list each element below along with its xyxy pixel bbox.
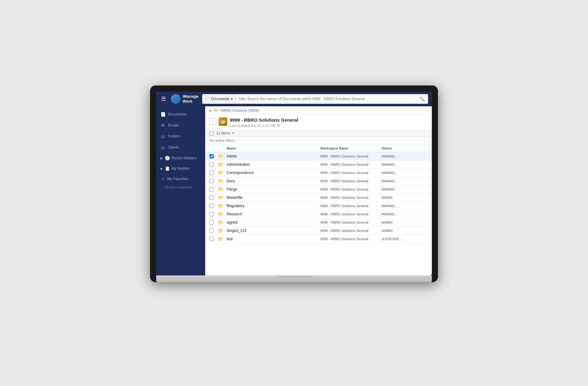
doc-type-label: Documents (211, 97, 230, 101)
row-checkbox[interactable] (209, 179, 214, 183)
folder-icon: 📁 (218, 203, 227, 208)
folder-icon: 📁 (218, 154, 227, 159)
cell-name[interactable]: Docs (227, 179, 320, 183)
cell-owner: JLEREVER... (382, 237, 428, 241)
cell-name[interactable]: Administration (227, 162, 320, 167)
breadcrumb-link[interactable]: RBRO Solutions (9999) (221, 108, 259, 113)
cell-name[interactable]: Masterfile (227, 195, 320, 200)
logo-area: iManage Work (171, 94, 198, 104)
col-header-workspace[interactable]: Workspace Name (320, 146, 382, 150)
breadcrumb-folder-icon: 📁 (214, 108, 219, 113)
sidebar: 📄 Documents ✉ Emails 🗂 Folders 🗂 (156, 106, 205, 275)
no-favorites-label: No items available (156, 184, 205, 192)
cell-name[interactable]: Filings (227, 187, 320, 191)
folder-icon: 📁 (218, 187, 227, 192)
cell-owner: IMANAD... (382, 187, 428, 191)
hamburger-menu-icon[interactable]: ☰ (160, 94, 167, 104)
cell-owner: IMANAD... (382, 179, 428, 183)
back-button[interactable]: ↑ (209, 118, 216, 125)
folder-icon: 📁 (218, 170, 227, 175)
cell-name[interactable]: Singed_123 (227, 229, 320, 233)
sidebar-item-emails[interactable]: ✉ Emails (156, 120, 205, 131)
row-checkbox[interactable] (209, 220, 214, 225)
folder-special-icon: 📁 (218, 179, 227, 184)
folder-icon: 📁 (218, 237, 227, 241)
toolbar: 11 items ↗ (205, 130, 432, 137)
logo-icon (171, 94, 181, 104)
documents-icon: 📄 (160, 112, 165, 117)
sidebar-item-clients[interactable]: 🗂 Clients (156, 142, 205, 153)
cell-name[interactable]: signed (227, 220, 320, 225)
cell-name[interactable]: Research (227, 212, 320, 216)
table-row: 📁 Admin 9999 - RBRO Solutions General IM… (205, 152, 432, 161)
workspace-subtitle: Last Updated Jun 21, 1:07 PM ↻ (230, 123, 428, 128)
export-icon[interactable]: ↗ (231, 131, 234, 135)
cell-owner: ADMIN (382, 196, 428, 199)
cell-workspace: 9999 - RBRO Solutions General (320, 212, 382, 216)
col-header-name[interactable]: Name ↑ (227, 146, 320, 150)
table-row: 📁 Singed_123 9999 - RBRO Solutions Gener… (205, 227, 432, 235)
folder-icon: 📁 (218, 212, 227, 217)
table-row: 📁 Administration 9999 - RBRO Solutions G… (205, 161, 432, 169)
filter-bar: No active filters (205, 137, 432, 145)
cell-workspace: 9999 - RBRO Solutions General (320, 196, 382, 199)
row-checkbox[interactable] (209, 229, 214, 233)
folder-icon: 📁 (218, 195, 227, 200)
select-all-checkbox[interactable] (209, 131, 214, 135)
folder-icon: 📁 (218, 162, 227, 167)
table-body: 📁 Admin 9999 - RBRO Solutions General IM… (205, 152, 432, 243)
cell-owner: ADMIN (382, 229, 428, 233)
cell-workspace: 9999 - RBRO Solutions General (320, 229, 382, 233)
table-header: Name ↑ Workspace Name Owner (205, 145, 432, 152)
folder-icon: 📁 (218, 220, 227, 225)
cell-owner: IMANAD... (382, 204, 428, 208)
cell-workspace: 9999 - RBRO Solutions General (320, 237, 382, 241)
file-table: Name ↑ Workspace Name Owner (205, 145, 432, 275)
table-row: 📁 Correspondence 9999 - RBRO Solutions G… (205, 169, 432, 177)
sidebar-item-documents[interactable]: 📄 Documents (156, 109, 205, 120)
cell-name[interactable]: Correspondence (227, 171, 320, 175)
cell-owner: IMANAD... (382, 163, 428, 166)
cell-owner: IMANAD... (382, 171, 428, 175)
search-button[interactable]: 🔍 (417, 96, 428, 101)
col-header-owner[interactable]: Owner (382, 146, 428, 150)
search-doc-type-selector[interactable]: 📄 Documents ▾ (202, 94, 236, 104)
cell-owner: ADMIN (382, 221, 428, 224)
sidebar-item-recent-matters[interactable]: ▶ 🕐 Recent Matters (156, 153, 205, 163)
row-checkbox[interactable] (209, 195, 214, 200)
refresh-icon[interactable]: ↻ (277, 123, 281, 128)
workspace-title-area: 9999 - RBRO Solutions General Last Updat… (230, 117, 428, 128)
table-row: 📁 test 9999 - RBRO Solutions General JLE… (205, 235, 432, 243)
search-bar: 📄 Documents ▾ 🔍 (202, 94, 428, 104)
row-checkbox[interactable] (209, 162, 214, 167)
search-input[interactable] (236, 97, 417, 101)
cell-name[interactable]: Admin (227, 154, 320, 158)
cell-name[interactable]: Regulatory (227, 204, 320, 208)
row-checkbox[interactable] (209, 187, 214, 191)
cell-name[interactable]: test (227, 237, 320, 241)
content-area: ▶ 📁 RBRO Solutions (9999) ↑ 📂 9999 - RBR… (205, 106, 432, 275)
folder-icon: 📁 (218, 228, 227, 233)
document-type-icon: 📄 (205, 97, 210, 101)
cell-workspace: 9999 - RBRO Solutions General (320, 154, 382, 158)
row-checkbox[interactable] (209, 154, 214, 158)
table-row: 📁 Docs 9999 - RBRO Solutions General IMA… (205, 177, 432, 185)
row-checkbox[interactable] (209, 171, 214, 175)
col-header-checkbox (209, 146, 218, 150)
cell-workspace: 9999 - RBRO Solutions General (320, 179, 382, 183)
breadcrumb-arrow-icon: ▶ (209, 109, 212, 112)
sidebar-item-my-favorites[interactable]: ☆ My Favorites (156, 174, 205, 184)
table-row: 📁 Research 9999 - RBRO Solutions General… (205, 210, 432, 218)
sidebar-item-folders[interactable]: 🗂 Folders (156, 131, 205, 142)
row-checkbox[interactable] (209, 204, 214, 208)
favorites-star-icon: ☆ (160, 176, 165, 181)
row-checkbox[interactable] (209, 212, 214, 216)
row-checkbox[interactable] (209, 237, 214, 241)
workspace-title: 9999 - RBRO Solutions General (230, 117, 428, 123)
folders-icon: 🗂 (160, 134, 165, 139)
breadcrumb: ▶ 📁 RBRO Solutions (9999) (205, 106, 432, 115)
sidebar-item-my-matters[interactable]: ▶ 📋 My Matters (156, 163, 205, 174)
cell-workspace: 9999 - RBRO Solutions General (320, 187, 382, 191)
chevron-right-icon-2: ▶ (160, 167, 163, 170)
workspace-folder-icon: 📂 (219, 117, 227, 126)
